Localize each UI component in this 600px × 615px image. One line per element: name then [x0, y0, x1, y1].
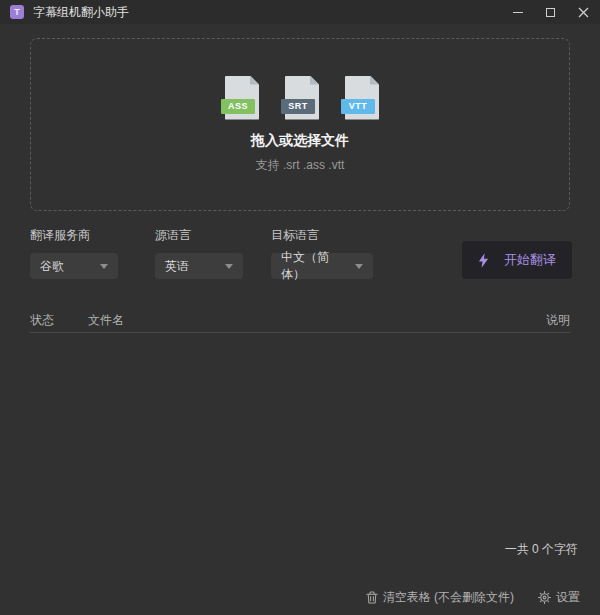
maximize-icon — [546, 8, 555, 17]
provider-select[interactable]: 谷歌 — [30, 253, 118, 279]
start-translation-button[interactable]: 开始翻译 — [462, 241, 572, 279]
dropzone-title: 拖入或选择文件 — [251, 132, 349, 150]
ass-file-label: ASS — [221, 99, 255, 114]
file-dropzone[interactable]: ASS SRT VTT 拖入或选择文件 支持 .srt .ass .vtt — [30, 38, 570, 211]
lightning-icon — [478, 253, 489, 268]
source-lang-label: 源语言 — [155, 227, 243, 244]
controls-row: 翻译服务商 谷歌 源语言 英语 目标语言 中文（简体） 开始翻译 — [30, 227, 572, 279]
target-lang-value: 中文（简体） — [281, 249, 347, 283]
maximize-button[interactable] — [534, 0, 567, 24]
start-translation-label: 开始翻译 — [504, 251, 556, 269]
target-lang-label: 目标语言 — [271, 227, 373, 244]
close-icon — [578, 7, 589, 18]
column-filename: 文件名 — [88, 312, 546, 329]
footer: 清空表格 (不会删除文件) 设置 — [366, 589, 580, 606]
minimize-icon — [513, 12, 523, 13]
source-lang-value: 英语 — [165, 258, 189, 275]
ass-file-icon: ASS — [225, 76, 259, 120]
app-icon: T — [10, 5, 24, 19]
dropdown-arrow-icon — [225, 264, 233, 269]
clear-table-label: 清空表格 (不会删除文件) — [383, 589, 514, 606]
file-type-icons: ASS SRT VTT — [221, 76, 379, 120]
dropdown-arrow-icon — [100, 264, 108, 269]
settings-label: 设置 — [556, 589, 580, 606]
gear-icon — [538, 591, 551, 604]
trash-icon — [366, 591, 378, 604]
column-note: 说明 — [546, 312, 570, 329]
column-status: 状态 — [30, 312, 88, 329]
srt-file-icon: SRT — [285, 76, 319, 120]
titlebar: T 字幕组机翻小助手 — [0, 0, 600, 24]
dropzone-subtitle: 支持 .srt .ass .vtt — [256, 157, 345, 174]
vtt-file-icon: VTT — [345, 76, 379, 120]
srt-file-label: SRT — [281, 99, 315, 114]
close-button[interactable] — [567, 0, 600, 24]
dropdown-arrow-icon — [355, 264, 363, 269]
char-count: 一共 0 个字符 — [505, 541, 578, 558]
clear-table-button[interactable]: 清空表格 (不会删除文件) — [366, 589, 514, 606]
source-lang-select[interactable]: 英语 — [155, 253, 243, 279]
minimize-button[interactable] — [501, 0, 534, 24]
settings-button[interactable]: 设置 — [538, 589, 580, 606]
window-title: 字幕组机翻小助手 — [33, 4, 129, 21]
target-lang-select[interactable]: 中文（简体） — [271, 253, 373, 279]
provider-value: 谷歌 — [40, 258, 64, 275]
provider-label: 翻译服务商 — [30, 227, 118, 244]
vtt-file-label: VTT — [341, 99, 375, 114]
file-table-header: 状态 文件名 说明 — [30, 308, 570, 333]
